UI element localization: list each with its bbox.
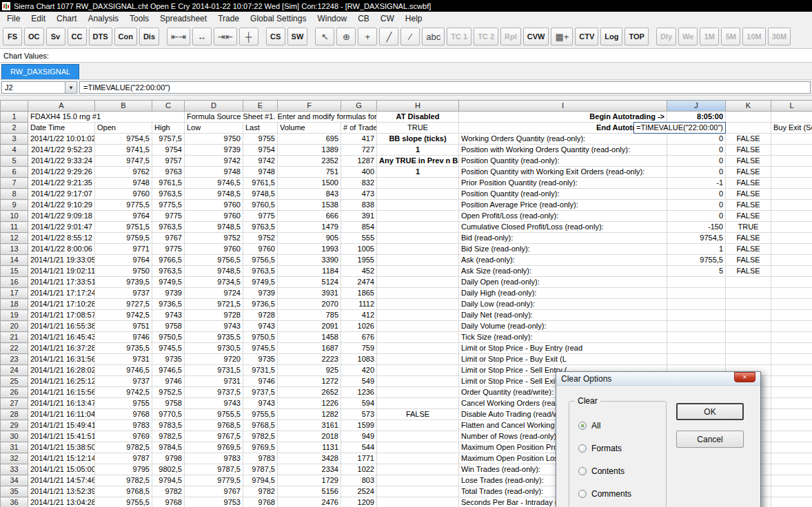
- cell-J12[interactable]: 9754,5: [667, 233, 726, 244]
- cell-K4[interactable]: FALSE: [726, 145, 771, 156]
- cell-F6[interactable]: 751: [278, 167, 341, 178]
- cell-L27[interactable]: [771, 398, 812, 409]
- cell-G17[interactable]: 1865: [341, 288, 377, 299]
- cell-F31[interactable]: 1131: [278, 442, 341, 453]
- cell-E22[interactable]: 9745,5: [243, 343, 278, 354]
- row-header-13[interactable]: 13: [1, 244, 28, 255]
- cell-C19[interactable]: 9743: [152, 310, 185, 321]
- cell-L1[interactable]: [771, 112, 812, 123]
- cell-H35[interactable]: [377, 486, 459, 497]
- cell-L12[interactable]: [771, 233, 812, 244]
- row-header-21[interactable]: 21: [1, 332, 28, 343]
- cell-H28[interactable]: FALSE: [377, 409, 459, 420]
- cell-L26[interactable]: [771, 387, 812, 398]
- cell-F27[interactable]: 1226: [278, 398, 341, 409]
- cell-H7[interactable]: [377, 178, 459, 189]
- top-button[interactable]: TOP: [625, 28, 648, 45]
- cell-A36[interactable]: 2014/1/21 13:04:28: [28, 497, 95, 507]
- cell-L18[interactable]: [771, 299, 812, 310]
- cell-E36[interactable]: 9768: [243, 497, 278, 507]
- cell-C7[interactable]: 9761,5: [152, 178, 185, 189]
- cell-C21[interactable]: 9750,5: [152, 332, 185, 343]
- cell-A31[interactable]: 2014/1/21 15:38:50: [28, 442, 95, 453]
- cell-A19[interactable]: 2014/1/21 17:08:57: [28, 310, 95, 321]
- cell-C24[interactable]: 9746,5: [152, 365, 185, 376]
- cell-A14[interactable]: 2014/1/21 19:33:05: [28, 255, 95, 266]
- cell-A34[interactable]: 2014/1/21 14:57:46: [28, 475, 95, 486]
- 1min-button[interactable]: 1M: [700, 28, 719, 45]
- cell-A28[interactable]: 2014/1/21 16:11:04: [28, 409, 95, 420]
- cell-A23[interactable]: 2014/1/21 16:31:56: [28, 354, 95, 365]
- row-header-3[interactable]: 3: [1, 134, 28, 145]
- cell-B11[interactable]: 9751,5: [95, 222, 152, 233]
- row-header-27[interactable]: 27: [1, 398, 28, 409]
- cell-I3[interactable]: Working Orders Quantity (read-only):: [459, 134, 667, 145]
- column-header-C[interactable]: C: [152, 101, 185, 112]
- cell-A15[interactable]: 2014/1/21 19:02:11: [28, 266, 95, 277]
- cell-D10[interactable]: 9760: [185, 211, 243, 222]
- cell-F14[interactable]: 3390: [278, 255, 341, 266]
- text-tool-icon[interactable]: abc: [422, 28, 445, 45]
- cell-K2[interactable]: [726, 123, 771, 134]
- cell-G33[interactable]: 1022: [341, 464, 377, 475]
- cell-J8[interactable]: 0: [667, 189, 726, 200]
- row-header-14[interactable]: 14: [1, 255, 28, 266]
- cell-C34[interactable]: 9794,5: [152, 475, 185, 486]
- row-header-31[interactable]: 31: [1, 442, 28, 453]
- cell-C12[interactable]: 9767: [152, 233, 185, 244]
- cell-G34[interactable]: 803: [341, 475, 377, 486]
- cell-E29[interactable]: 9768,5: [243, 420, 278, 431]
- cell-G35[interactable]: 2524: [341, 486, 377, 497]
- cell-F35[interactable]: 5156: [278, 486, 341, 497]
- cell-A11[interactable]: 2014/1/22 9:01:47: [28, 222, 95, 233]
- cell-E28[interactable]: 9755,5: [243, 409, 278, 420]
- cell-D31[interactable]: 9769,5: [185, 442, 243, 453]
- cell-F21[interactable]: 1458: [278, 332, 341, 343]
- cell-J15[interactable]: 5: [667, 266, 726, 277]
- cell-I11[interactable]: Cumulative Closed Profit/Loss (read-only…: [459, 222, 667, 233]
- cell-D25[interactable]: 9731: [185, 376, 243, 387]
- cell-B23[interactable]: 9731: [95, 354, 152, 365]
- cell-F34[interactable]: 1729: [278, 475, 341, 486]
- cell-D13[interactable]: 9760: [185, 244, 243, 255]
- cell-G5[interactable]: 1287: [341, 156, 377, 167]
- cell-E27[interactable]: 9743: [243, 398, 278, 409]
- cell-C6[interactable]: 9763: [152, 167, 185, 178]
- selected-cell-formula[interactable]: =TIMEVALUE("22:00:00"): [633, 122, 726, 134]
- cell-D3[interactable]: 9750: [185, 134, 243, 145]
- row-header-16[interactable]: 16: [1, 277, 28, 288]
- cell-K8[interactable]: FALSE: [726, 189, 771, 200]
- cell-F25[interactable]: 1272: [278, 376, 341, 387]
- radio-icon[interactable]: [578, 490, 587, 498]
- cell-K3[interactable]: FALSE: [726, 134, 771, 145]
- cell-A20[interactable]: 2014/1/21 16:55:38: [28, 321, 95, 332]
- cell-H12[interactable]: [377, 233, 459, 244]
- cell-B33[interactable]: 9795: [95, 464, 152, 475]
- cell-F3[interactable]: 695: [278, 134, 341, 145]
- cell-B22[interactable]: 9735,5: [95, 343, 152, 354]
- crosshair-tool-icon[interactable]: ⊕: [336, 28, 356, 45]
- row-header-28[interactable]: 28: [1, 409, 28, 420]
- row-header-32[interactable]: 32: [1, 453, 28, 464]
- cell-F2[interactable]: Volume: [278, 123, 341, 134]
- cell-C31[interactable]: 9784,5: [152, 442, 185, 453]
- cell-B9[interactable]: 9775,5: [95, 200, 152, 211]
- cell-F12[interactable]: 905: [278, 233, 341, 244]
- cell-E26[interactable]: 9737,5: [243, 387, 278, 398]
- cell-B4[interactable]: 9741,5: [95, 145, 152, 156]
- cell-L9[interactable]: [771, 200, 812, 211]
- cell-D12[interactable]: 9752: [185, 233, 243, 244]
- row-header-36[interactable]: 36: [1, 497, 28, 507]
- cell-G13[interactable]: 1005: [341, 244, 377, 255]
- cell-K21[interactable]: [726, 332, 771, 343]
- cell-I12[interactable]: Bid (read-only):: [459, 233, 667, 244]
- cell-H27[interactable]: [377, 398, 459, 409]
- cell-D6[interactable]: 9748: [185, 167, 243, 178]
- cell-J11[interactable]: -150: [667, 222, 726, 233]
- radio-option-all[interactable]: All: [578, 421, 600, 431]
- cell-I1[interactable]: Begin Autotrading ->: [459, 112, 667, 123]
- cell-L6[interactable]: [771, 167, 812, 178]
- cell-D36[interactable]: 9753: [185, 497, 243, 507]
- disconnect-button[interactable]: Dis: [139, 28, 159, 45]
- cell-A5[interactable]: 2014/1/22 9:33:24: [28, 156, 95, 167]
